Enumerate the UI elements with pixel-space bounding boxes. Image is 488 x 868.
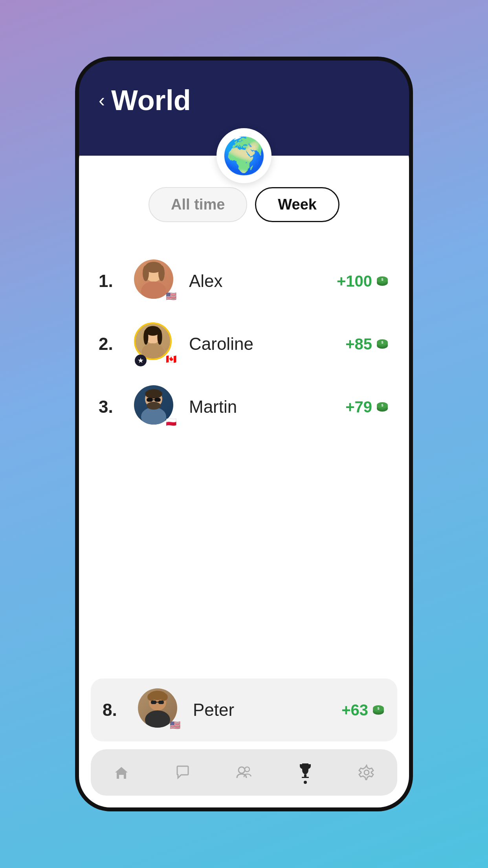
coin-icon-peter: $ [371, 703, 385, 717]
svg-rect-34 [151, 701, 156, 704]
avatar-wrap-martin: 🇵🇱 [134, 385, 177, 428]
leaderboard-item-2: 2. ★ 🇨🇦 [99, 313, 389, 375]
back-title-row: ‹ World [99, 84, 389, 116]
svg-rect-23 [154, 398, 161, 402]
nav-friends[interactable] [227, 760, 261, 785]
score-alex: +100 $ [337, 272, 389, 290]
settings-icon [358, 764, 375, 781]
svg-point-12 [143, 329, 148, 345]
avatar-wrap-caroline: ★ 🇨🇦 [134, 322, 177, 366]
nav-home[interactable] [105, 760, 138, 785]
name-alex: Alex [189, 271, 325, 291]
current-user-rank: 8. [103, 700, 126, 720]
flag-peter: 🇺🇸 [167, 720, 183, 731]
week-tab[interactable]: Week [255, 187, 339, 222]
avatar-wrap-alex: 🇺🇸 [134, 259, 177, 303]
name-caroline: Caroline [189, 334, 334, 354]
score-martin: +79 $ [345, 398, 389, 416]
svg-point-13 [157, 329, 162, 345]
name-peter: Peter [193, 700, 330, 720]
trophy-icon [297, 761, 314, 778]
phone-frame: ‹ World 🌍 All time Week 1. [75, 57, 413, 811]
current-user-row: 8. [91, 679, 397, 741]
svg-text:$: $ [377, 706, 379, 710]
svg-point-33 [160, 693, 168, 701]
chat-icon [174, 764, 191, 781]
svg-point-45 [364, 770, 369, 775]
svg-text:$: $ [381, 340, 383, 344]
svg-point-1 [141, 281, 166, 299]
nav-leaderboard[interactable] [289, 757, 322, 788]
coin-icon-3: $ [375, 400, 389, 414]
svg-point-3 [143, 265, 149, 281]
svg-point-42 [245, 767, 250, 772]
svg-point-19 [141, 407, 166, 425]
bottom-nav [91, 749, 397, 796]
rank-2: 2. [99, 334, 122, 354]
flag-caroline: 🇨🇦 [163, 354, 179, 365]
page-title: World [111, 84, 191, 116]
spacer [79, 460, 409, 671]
avatar-wrap-peter: 🇺🇸 [138, 688, 181, 732]
svg-point-21 [147, 402, 161, 410]
nav-chat[interactable] [166, 760, 199, 785]
filter-tabs: All time Week [79, 179, 409, 238]
score-caroline: +85 $ [345, 335, 389, 353]
nav-settings[interactable] [350, 760, 383, 785]
svg-text:$: $ [381, 278, 383, 281]
svg-point-20 [145, 389, 162, 399]
rank-3: 3. [99, 397, 122, 417]
svg-point-30 [145, 710, 170, 728]
flag-alex: 🇺🇸 [163, 291, 179, 302]
back-button[interactable]: ‹ [99, 91, 105, 110]
svg-rect-22 [147, 398, 153, 402]
home-icon [113, 764, 130, 781]
header: ‹ World 🌍 [79, 61, 409, 156]
flag-martin: 🇵🇱 [163, 417, 179, 428]
coin-icon-2: $ [375, 337, 389, 351]
name-martin: Martin [189, 397, 334, 417]
svg-point-41 [238, 767, 245, 773]
star-badge-caroline: ★ [135, 355, 147, 366]
svg-text:$: $ [381, 403, 383, 407]
leaderboard-item-1: 1. 🇺🇸 [99, 250, 389, 313]
leaderboard-item-3: 3. [99, 375, 389, 438]
all-time-tab[interactable]: All time [149, 187, 247, 222]
svg-rect-43 [304, 774, 306, 777]
phone-inner: ‹ World 🌍 All time Week 1. [79, 61, 409, 807]
svg-rect-35 [158, 701, 164, 704]
globe-icon: 🌍 [222, 138, 266, 173]
nav-active-dot [304, 781, 307, 784]
main-content: All time Week 1. [79, 140, 409, 807]
coin-icon-1: $ [375, 274, 389, 288]
svg-point-4 [158, 265, 165, 281]
svg-point-32 [147, 693, 155, 701]
svg-rect-44 [302, 777, 309, 778]
score-peter: +63 $ [341, 701, 385, 719]
rank-1: 1. [99, 271, 122, 291]
leaderboard-list: 1. 🇺🇸 [79, 238, 409, 460]
friends-icon [235, 764, 253, 781]
globe-icon-container: 🌍 [216, 128, 272, 183]
